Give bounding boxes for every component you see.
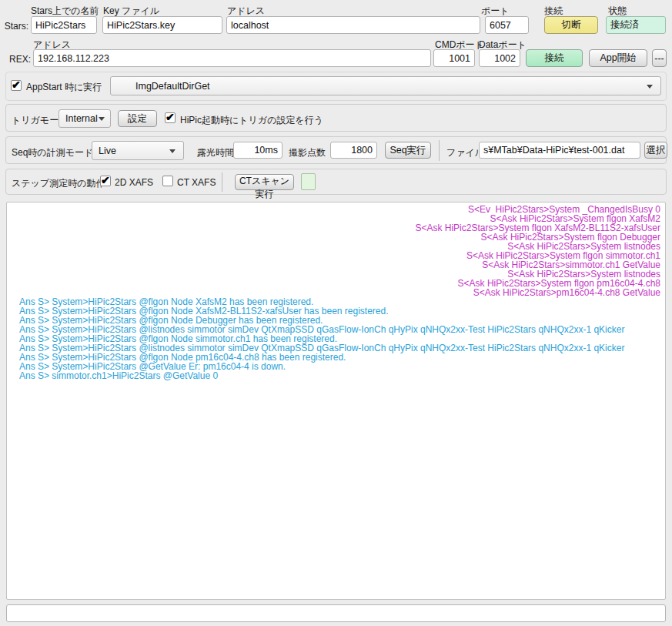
seq-mode-value: Live [99, 146, 116, 156]
rex-row-label: REX: [2, 54, 31, 65]
ct-scan-status-indicator [301, 173, 316, 190]
divider [222, 172, 222, 192]
exposure-label: 露光時間 [197, 146, 234, 159]
stars-name-input[interactable] [31, 16, 97, 34]
log-answer-lines: Ans S> System>HiPic2Stars @flgon Node Xa… [7, 297, 665, 380]
trigger-mode-value: Internal [65, 113, 98, 124]
appstart-command-value: ImgDefaultDirGet [135, 81, 210, 92]
hipic2stars-window: Stars上での名前 Key ファイル アドレス ポート 接続 状態 Stars… [0, 0, 672, 626]
step-action-label: ステップ測定時の動作 [12, 177, 105, 190]
rex-more-button[interactable]: --- [652, 49, 667, 67]
appstart-checkbox-label: AppStart 時に実行 [26, 81, 102, 94]
communication-log[interactable]: S<Ev HiPic2Stars>System _ChangedIsBusy 0… [6, 202, 666, 600]
filename-input[interactable] [479, 142, 640, 159]
seq-group: Seq時の計測モード Live 露光時間 撮影点数 Seq実行 ファイル名 選択 [5, 136, 667, 164]
chevron-down-icon [169, 149, 176, 153]
trigger-on-start-label: HiPic起動時にトリガの設定を行う [180, 114, 323, 127]
rex-cmd-port-input[interactable] [433, 49, 475, 67]
stars-address-input[interactable] [226, 16, 480, 34]
points-label: 撮影点数 [289, 146, 326, 159]
chevron-down-icon [647, 85, 653, 89]
rex-app-start-button[interactable]: App開始 [589, 49, 647, 67]
appstart-command-combobox[interactable]: ImgDefaultDirGet [110, 76, 661, 95]
ct-scan-run-button[interactable]: CTスキャン実行 [235, 174, 294, 190]
rex-address-input[interactable] [33, 49, 431, 67]
ct-xafs-label: CT XAFS [177, 177, 216, 188]
xafs-2d-label: 2D XAFS [115, 177, 153, 188]
points-input[interactable] [330, 142, 377, 159]
log-sent-lines: S<Ev HiPic2Stars>System _ChangedIsBusy 0… [7, 203, 665, 297]
appstart-checkbox[interactable] [11, 80, 22, 91]
exposure-input[interactable] [233, 142, 283, 159]
trigger-on-start-checkbox[interactable] [165, 112, 176, 123]
divider [439, 140, 440, 161]
xafs-2d-checkbox[interactable] [100, 176, 111, 186]
seq-mode-label: Seq時の計測モード [12, 146, 93, 159]
rex-connect-button[interactable]: 接続 [526, 49, 583, 67]
trigger-mode-select[interactable]: Internal [59, 109, 111, 128]
trigger-group: トリガモード Internal 設定 HiPic起動時にトリガの設定を行う [5, 104, 667, 132]
ct-xafs-checkbox[interactable] [162, 176, 173, 186]
trigger-set-button[interactable]: 設定 [118, 110, 157, 127]
chevron-down-icon [99, 117, 105, 121]
step-group: ステップ測定時の動作 2D XAFS CT XAFS CTスキャン実行 [5, 169, 667, 195]
stars-keyfile-input[interactable] [102, 16, 222, 34]
stars-disconnect-button[interactable]: 切断 [544, 16, 598, 34]
command-input[interactable] [6, 604, 666, 622]
file-select-button[interactable]: 選択 [644, 142, 667, 159]
seq-run-button[interactable]: Seq実行 [385, 142, 431, 159]
stars-port-input[interactable] [485, 16, 529, 34]
stars-status-badge: 接続済 [606, 16, 666, 34]
rex-data-port-input[interactable] [479, 49, 520, 67]
seq-mode-select[interactable]: Live [92, 141, 184, 160]
stars-row-label: Stars: [2, 21, 28, 32]
